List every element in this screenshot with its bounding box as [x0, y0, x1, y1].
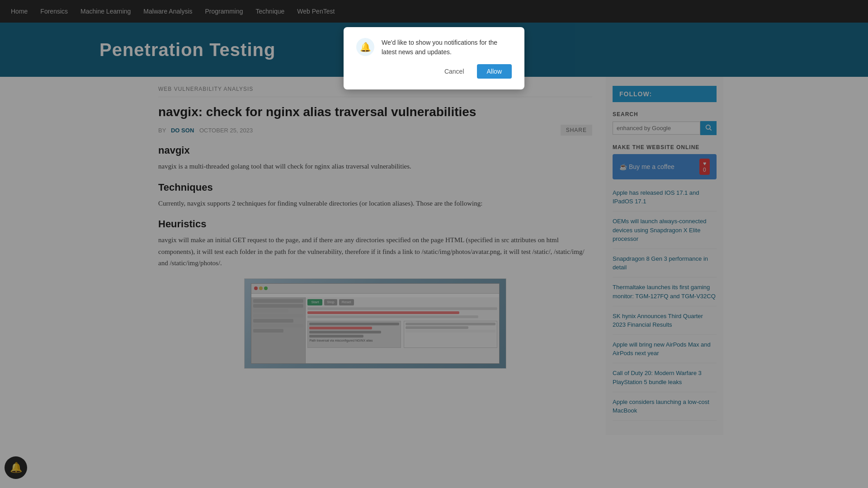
modal-actions: Cancel Allow [356, 64, 512, 79]
modal-header: 🔔 We'd like to show you notifications fo… [356, 38, 512, 57]
bell-icon: 🔔 [356, 38, 374, 56]
allow-button[interactable]: Allow [477, 64, 512, 79]
cancel-button[interactable]: Cancel [436, 64, 472, 79]
modal-message: We'd like to show you notifications for … [382, 38, 512, 57]
notification-modal-overlay: 🔔 We'd like to show you notifications fo… [0, 0, 868, 435]
notification-modal: 🔔 We'd like to show you notifications fo… [344, 27, 524, 89]
